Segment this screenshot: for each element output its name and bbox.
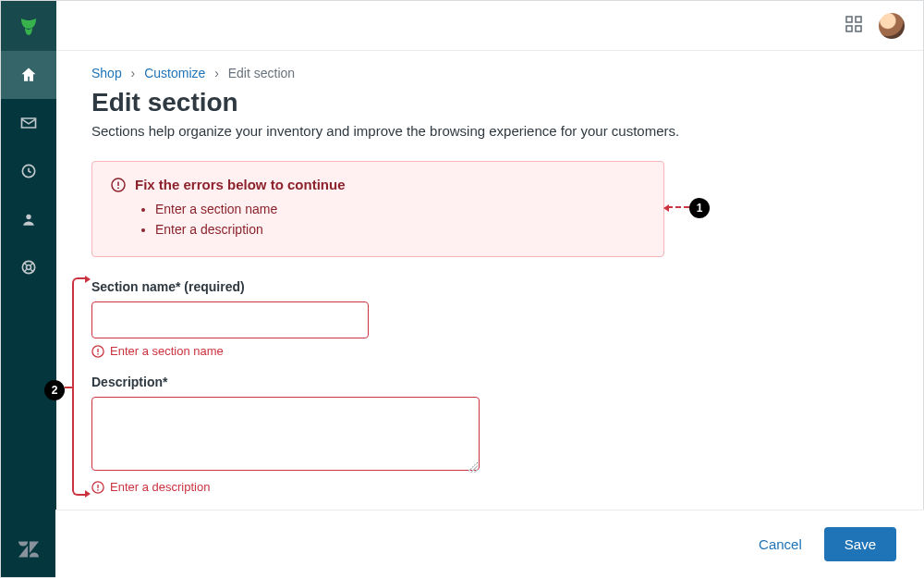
svg-rect-6 (846, 26, 852, 31)
annotation-bracket (72, 277, 85, 496)
cancel-button[interactable]: Cancel (759, 536, 802, 552)
topbar (56, 1, 923, 51)
page-subtitle: Sections help organize your inventory an… (91, 123, 888, 139)
breadcrumb-current: Edit section (228, 66, 295, 80)
svg-rect-7 (856, 26, 861, 31)
zendesk-brand-icon (1, 531, 56, 568)
apps-grid-icon[interactable] (845, 16, 862, 36)
error-banner-item: Enter a description (155, 220, 645, 240)
section-name-error: Enter a section name (110, 344, 224, 358)
svg-rect-5 (856, 17, 861, 22)
mail-icon (19, 114, 38, 132)
annotation-callout-2: 2 (44, 380, 65, 400)
lifesaver-icon (19, 258, 38, 277)
section-name-input[interactable] (91, 301, 369, 338)
alert-circle-icon (91, 345, 104, 358)
svg-point-1 (26, 215, 30, 219)
annotation-bracket-stem (65, 387, 74, 388)
svg-rect-4 (846, 17, 852, 22)
annotation-arrow (667, 207, 689, 209)
error-banner-item: Enter a section name (155, 200, 645, 220)
page-title: Edit section (91, 88, 888, 117)
sidebar-item-clock[interactable] (1, 147, 56, 195)
alert-circle-icon (111, 178, 126, 192)
breadcrumb-shop[interactable]: Shop (91, 66, 122, 80)
zendesk-icon (18, 539, 39, 560)
chevron-right-icon: › (131, 66, 136, 80)
home-icon (19, 66, 38, 84)
clock-icon (19, 162, 38, 180)
sidebar-item-home[interactable] (1, 51, 56, 99)
section-name-label: Section name* (required) (91, 279, 888, 294)
annotation-callout-1: 1 (689, 198, 710, 218)
avatar[interactable] (879, 13, 905, 39)
brand-logo (1, 1, 56, 51)
save-button[interactable]: Save (824, 527, 896, 561)
svg-point-10 (117, 187, 119, 189)
error-banner-title: Fix the errors below to continue (135, 177, 346, 192)
error-banner: Fix the errors below to continue Enter a… (91, 161, 664, 257)
footer: Cancel Save (55, 510, 924, 578)
breadcrumb: Shop › Customize › Edit section (91, 66, 888, 80)
leaf-logo-icon (18, 15, 40, 37)
sidebar-item-mail[interactable] (1, 99, 56, 147)
main-area: Shop › Customize › Edit section Edit sec… (56, 1, 923, 577)
svg-point-16 (97, 489, 99, 491)
svg-point-3 (27, 265, 31, 270)
content: Shop › Customize › Edit section Edit sec… (56, 51, 923, 494)
description-input[interactable] (91, 397, 480, 471)
sidebar-item-user[interactable] (1, 195, 56, 243)
description-label: Description* (91, 375, 888, 389)
chevron-right-icon: › (214, 66, 219, 80)
alert-circle-icon (91, 481, 104, 494)
description-error: Enter a description (110, 480, 210, 494)
user-icon (19, 210, 38, 228)
svg-point-13 (97, 353, 99, 355)
breadcrumb-customize[interactable]: Customize (144, 66, 205, 80)
sidebar-item-help[interactable] (1, 243, 56, 291)
sidebar (1, 1, 56, 577)
